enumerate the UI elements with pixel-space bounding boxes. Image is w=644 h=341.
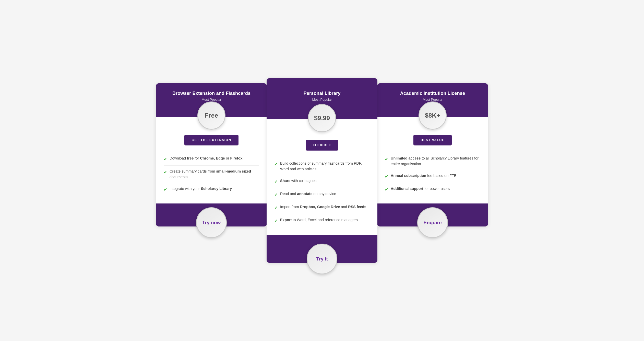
card-footer-extension: Try now xyxy=(156,203,267,226)
feature-text: Read and annotate on any device xyxy=(280,191,336,197)
price-circle-extension: Free xyxy=(197,101,225,130)
card-title-extension: Browser Extension and Flashcards xyxy=(161,90,262,96)
feature-item-library-0: ✔Build collections of summary flashcards… xyxy=(274,158,370,175)
feature-item-library-3: ✔Import from Dropbox, Google Drive and R… xyxy=(274,201,370,214)
footer-cta-circle-library[interactable]: Try it xyxy=(307,244,337,274)
card-title-library: Personal Library xyxy=(272,90,372,96)
feature-text: Download free for Chrome, Edge or Firefo… xyxy=(170,156,243,161)
feature-text: Import from Dropbox, Google Drive and RS… xyxy=(280,204,366,210)
card-header-institution: Academic Institution LicenseMost Popular… xyxy=(377,83,488,117)
check-icon: ✔ xyxy=(164,169,167,175)
card-header-extension: Browser Extension and FlashcardsMost Pop… xyxy=(156,83,267,117)
price-text-extension: Free xyxy=(205,112,218,119)
feature-item-library-4: ✔Export to Word, Excel and reference man… xyxy=(274,214,370,227)
feature-item-extension-2: ✔Integrate with your Scholarcy Library xyxy=(164,183,259,196)
check-icon: ✔ xyxy=(164,156,167,162)
card-header-library: Personal LibraryMost Popular$9.99 xyxy=(267,78,377,119)
card-body-extension: GET THE EXTENSION✔Download free for Chro… xyxy=(156,117,267,203)
feature-text: Export to Word, Excel and reference mana… xyxy=(280,217,358,223)
footer-cta-text-extension: Try now xyxy=(202,220,221,225)
cta-button-extension[interactable]: GET THE EXTENSION xyxy=(184,135,238,145)
features-list-institution: ✔Unlimited access to all Scholarcy Libra… xyxy=(385,153,480,196)
card-subtitle-institution: Most Popular xyxy=(382,98,483,101)
pricing-container: Browser Extension and FlashcardsMost Pop… xyxy=(156,83,488,258)
price-text-library: $9.99 xyxy=(314,115,330,122)
footer-cta-circle-extension[interactable]: Try now xyxy=(196,207,227,238)
feature-item-institution-1: ✔Annual subscription fee based on FTE xyxy=(385,170,480,183)
feature-text: Build collections of summary flashcards … xyxy=(280,161,370,172)
check-icon: ✔ xyxy=(385,174,388,180)
card-footer-institution: Enquire xyxy=(377,203,488,226)
check-icon: ✔ xyxy=(274,161,278,167)
pricing-card-library: Personal LibraryMost Popular$9.99FLEXIBL… xyxy=(267,78,377,263)
feature-item-extension-0: ✔Download free for Chrome, Edge or Firef… xyxy=(164,153,259,166)
feature-text: Create summary cards from small-medium s… xyxy=(170,169,259,180)
check-icon: ✔ xyxy=(164,187,167,193)
check-icon: ✔ xyxy=(274,179,278,185)
price-circle-institution: $8K+ xyxy=(419,101,447,130)
feature-text: Annual subscription fee based on FTE xyxy=(391,173,457,179)
check-icon: ✔ xyxy=(274,192,278,198)
feature-text: Unlimited access to all Scholarcy Librar… xyxy=(391,156,480,167)
feature-text: Share with colleagues xyxy=(280,178,316,184)
feature-item-extension-1: ✔Create summary cards from small-medium … xyxy=(164,166,259,183)
footer-cta-text-institution: Enquire xyxy=(423,220,442,225)
check-icon: ✔ xyxy=(385,156,388,162)
footer-cta-circle-institution[interactable]: Enquire xyxy=(417,207,448,238)
features-list-extension: ✔Download free for Chrome, Edge or Firef… xyxy=(164,153,259,196)
check-icon: ✔ xyxy=(385,187,388,193)
check-icon: ✔ xyxy=(274,218,278,224)
card-title-institution: Academic Institution License xyxy=(382,90,483,96)
check-icon: ✔ xyxy=(274,205,278,211)
feature-item-institution-2: ✔Additional support for power users xyxy=(385,183,480,196)
features-list-library: ✔Build collections of summary flashcards… xyxy=(274,158,370,227)
price-text-institution: $8K+ xyxy=(425,112,440,119)
card-footer-library: Try it xyxy=(267,235,377,263)
card-subtitle-library: Most Popular xyxy=(272,98,372,101)
feature-text: Integrate with your Scholarcy Library xyxy=(170,186,232,192)
card-subtitle-extension: Most Popular xyxy=(161,98,262,101)
feature-item-library-2: ✔Read and annotate on any device xyxy=(274,188,370,201)
pricing-card-extension: Browser Extension and FlashcardsMost Pop… xyxy=(156,83,267,226)
cta-button-library[interactable]: FLEXIBLE xyxy=(306,140,338,151)
feature-item-library-1: ✔Share with colleagues xyxy=(274,175,370,188)
price-circle-library: $9.99 xyxy=(308,104,336,132)
footer-cta-text-library: Try it xyxy=(316,256,328,262)
feature-text: Additional support for power users xyxy=(391,186,450,192)
cta-button-institution[interactable]: BEST VALUE xyxy=(413,135,451,145)
card-body-library: FLEXIBLE✔Build collections of summary fl… xyxy=(267,119,377,235)
feature-item-institution-0: ✔Unlimited access to all Scholarcy Libra… xyxy=(385,153,480,170)
pricing-card-institution: Academic Institution LicenseMost Popular… xyxy=(377,83,488,226)
card-body-institution: BEST VALUE✔Unlimited access to all Schol… xyxy=(377,117,488,203)
